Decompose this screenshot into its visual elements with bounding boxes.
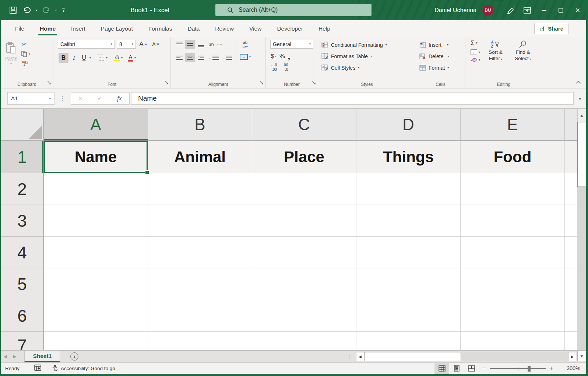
format-button[interactable]: Format ▾ [416, 62, 465, 73]
redo-button[interactable] [41, 4, 52, 17]
undo-button[interactable] [21, 4, 33, 17]
undo-dropdown[interactable]: ▾ [35, 8, 38, 12]
column-header-c[interactable]: C [252, 109, 356, 141]
align-right-button[interactable] [196, 53, 205, 62]
fill-button[interactable]: ↓ ▾ [471, 49, 480, 55]
avatar[interactable]: DU [482, 5, 493, 16]
name-box-dropdown[interactable]: ▾ [49, 97, 51, 100]
currency-button[interactable]: $▾ [271, 53, 277, 60]
orientation-button[interactable]: ab → ▾ [209, 42, 222, 47]
row-header-2[interactable]: 2 [1, 173, 44, 205]
row-header-3[interactable]: 3 [1, 205, 44, 237]
copy-button[interactable]: ▾ [21, 51, 30, 57]
cell-c6[interactable] [252, 300, 356, 332]
accessibility-status[interactable]: Accessibility: Good to go [52, 365, 115, 372]
cell-d4[interactable] [356, 237, 461, 268]
cell-d3[interactable] [356, 205, 461, 237]
underline-dropdown[interactable]: ▾ [89, 56, 91, 59]
horizontal-scrollbar[interactable]: ⋮ ◀ ▶ [347, 352, 576, 361]
delete-button[interactable]: Delete ▾ [416, 51, 465, 62]
cell-e2[interactable] [461, 173, 565, 205]
horizontal-scrollbar-track[interactable] [461, 352, 568, 361]
column-header-d[interactable]: D [356, 109, 461, 141]
cell-e4[interactable] [461, 237, 565, 268]
column-header-b[interactable]: B [148, 109, 252, 141]
cell-e7[interactable] [461, 332, 565, 350]
number-format-select[interactable]: General ▾ [270, 40, 313, 49]
cell-e6[interactable] [461, 300, 565, 332]
zoom-in-button[interactable]: + [546, 365, 557, 372]
decrease-font-size-button[interactable]: A [151, 40, 161, 49]
vertical-scrollbar-thumb[interactable] [577, 122, 586, 187]
view-page-layout-button[interactable] [449, 363, 464, 374]
cell-a7[interactable] [44, 332, 148, 350]
decrease-indent-button[interactable]: ← [208, 55, 219, 60]
cell-f1-partial[interactable] [565, 141, 577, 173]
name-box[interactable]: A1 ▾ [7, 92, 54, 105]
zoom-out-button[interactable]: − [479, 365, 490, 372]
underline-button[interactable]: U [80, 53, 88, 63]
percent-button[interactable]: % [279, 53, 285, 60]
tab-home[interactable]: Home [32, 20, 63, 37]
cell-c1[interactable]: Place [252, 141, 356, 173]
cell-f3-partial[interactable] [565, 205, 577, 237]
cell-d1[interactable]: Things [356, 141, 461, 173]
wrap-text-button[interactable]: ab c↩ [240, 41, 251, 49]
scrollbar-splitter[interactable]: ⋮ [347, 354, 352, 359]
cell-a1[interactable]: Name [44, 141, 148, 173]
increase-font-size-button[interactable]: A [138, 40, 149, 49]
row-header-1[interactable]: 1 [1, 141, 44, 173]
select-all-button[interactable] [1, 109, 44, 141]
tab-page-layout[interactable]: Page Layout [93, 20, 141, 37]
row-header-4[interactable]: 4 [1, 237, 44, 268]
cell-c5[interactable] [252, 268, 356, 300]
fill-color-dropdown[interactable]: ▾ [121, 56, 123, 59]
align-bottom-button[interactable] [196, 40, 205, 49]
comma-button[interactable]: , [288, 51, 290, 61]
share-button[interactable]: Share [534, 23, 568, 34]
vertical-scrollbar[interactable]: ▲ [577, 109, 586, 350]
cell-e3[interactable] [461, 205, 565, 237]
scroll-right-button[interactable]: ▶ [568, 352, 576, 361]
cell-e1[interactable]: Food [461, 141, 565, 173]
autosum-button[interactable]: Σ▾ [471, 39, 480, 47]
user-name[interactable]: Daniel Uchenna [434, 7, 476, 14]
cell-d6[interactable] [356, 300, 461, 332]
cell-c4[interactable] [252, 237, 356, 268]
cell-d5[interactable] [356, 268, 461, 300]
tab-formulas[interactable]: Formulas [141, 20, 180, 37]
row-header-6[interactable]: 6 [1, 300, 44, 332]
collapse-ribbon-button[interactable] [576, 79, 581, 85]
font-color-button[interactable]: A [128, 54, 133, 62]
borders-button[interactable]: ▾ [98, 54, 108, 61]
customize-quick-access-button[interactable]: ▾ [60, 4, 67, 17]
view-page-break-button[interactable] [464, 363, 479, 374]
cell-c3[interactable] [252, 205, 356, 237]
font-color-dropdown[interactable]: ▾ [134, 56, 136, 59]
view-normal-button[interactable] [434, 363, 449, 374]
paste-dropdown[interactable]: ▾ [10, 63, 12, 66]
cell-b2[interactable] [148, 173, 252, 205]
font-size-select[interactable]: 8 ▾ [117, 40, 136, 49]
number-dialog-launcher[interactable] [312, 80, 316, 86]
row-header-5[interactable]: 5 [1, 268, 44, 300]
find-select-button[interactable]: Find & Select ▾ [511, 39, 535, 62]
paste-button[interactable]: Paste ▾ [4, 40, 18, 68]
cell-f7-partial[interactable] [565, 332, 577, 350]
tab-developer[interactable]: Developer [269, 20, 311, 37]
cell-a2[interactable] [44, 173, 148, 205]
cell-f6-partial[interactable] [565, 300, 577, 332]
cell-b5[interactable] [148, 268, 252, 300]
zoom-level[interactable]: 300% [557, 365, 580, 371]
cell-b3[interactable] [148, 205, 252, 237]
ribbon-display-options-button[interactable] [519, 0, 535, 20]
tab-review[interactable]: Review [207, 20, 242, 37]
scroll-left-button[interactable]: ◀ [356, 352, 364, 361]
cut-button[interactable]: ✂ [21, 41, 30, 48]
cell-styles-button[interactable]: Cell Styles ▾ [318, 62, 416, 73]
bold-button[interactable]: B [59, 53, 68, 63]
cell-e5[interactable] [461, 268, 565, 300]
copy-dropdown[interactable]: ▾ [29, 53, 30, 56]
cell-f5-partial[interactable] [565, 268, 577, 300]
cell-a4[interactable] [44, 237, 148, 268]
